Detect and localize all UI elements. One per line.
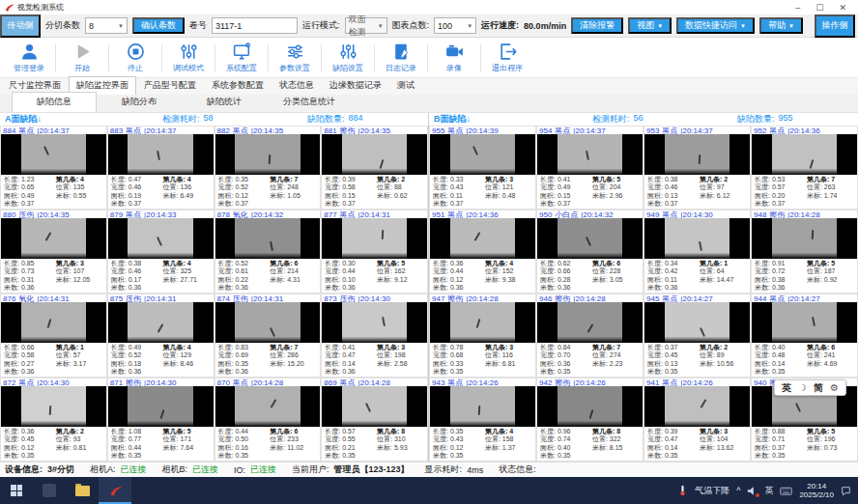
taskbar-app-dark[interactable] bbox=[33, 477, 66, 504]
drive-side-button[interactable]: 传动侧 bbox=[0, 14, 41, 38]
defect-image[interactable] bbox=[108, 134, 214, 175]
defect-image[interactable] bbox=[322, 218, 427, 259]
defect-cell-954[interactable]: 954黑点|20:14:37长度: 0.41第几条: 5宽度: 0.49位置: … bbox=[536, 126, 644, 210]
start-button[interactable] bbox=[0, 477, 33, 504]
roll-number-input[interactable]: 3117-1 bbox=[212, 17, 298, 34]
defect-image[interactable] bbox=[1, 134, 106, 175]
defect-cell-950[interactable]: 950小白点|20:14:32长度: 0.62第几条: 6宽度: 0.66位置:… bbox=[536, 210, 644, 294]
defect-image[interactable] bbox=[752, 218, 857, 259]
tool-exit[interactable]: 退出程序 bbox=[482, 42, 532, 73]
defect-cell-952[interactable]: 952黑点|20:14:36长度: 0.53第几条: 7宽度: 0.57位置: … bbox=[751, 126, 858, 210]
defect-image[interactable] bbox=[108, 386, 214, 427]
defect-cell-869[interactable]: 869黑点|20:14:28长度: 0.57第几条: 8宽度: 0.55位置: … bbox=[321, 378, 428, 462]
defect-image[interactable] bbox=[644, 218, 750, 259]
defect-cell-881[interactable]: 881擦伤|20:14:35长度: 0.39第几条: 2宽度: 0.58位置: … bbox=[321, 126, 428, 210]
subtab-3[interactable]: 分类信息统计 bbox=[267, 93, 352, 112]
defect-cell-951[interactable]: 951黑点|20:14:36长度: 0.36第几条: 4宽度: 0.44位置: … bbox=[429, 210, 536, 294]
defect-image[interactable] bbox=[644, 386, 750, 427]
defect-image[interactable] bbox=[215, 386, 321, 427]
defect-cell-941[interactable]: 941黑点|20:14:26长度: 0.39第几条: 3宽度: 0.47位置: … bbox=[644, 378, 751, 462]
defect-image[interactable] bbox=[537, 218, 643, 259]
close-icon[interactable]: ✕ bbox=[839, 3, 846, 13]
defect-cell-882[interactable]: 882黑点|20:14:35长度: 0.35第几条: 7宽度: 0.52位置: … bbox=[214, 126, 322, 210]
defect-cell-880[interactable]: 880压伤|20:14:35长度: 0.85第几条: 3宽度: 0.73位置: … bbox=[0, 210, 107, 294]
gear-icon[interactable]: ⚙ bbox=[830, 382, 839, 393]
defect-image[interactable] bbox=[215, 134, 321, 175]
tool-stop[interactable]: 停止 bbox=[110, 42, 160, 73]
defect-image[interactable] bbox=[537, 386, 643, 427]
defect-image[interactable] bbox=[644, 134, 750, 175]
ime-toolbar[interactable]: 英 ☽ 简 ⚙ bbox=[774, 379, 846, 396]
tab-6[interactable]: 测试 bbox=[389, 76, 422, 95]
tool-user[interactable]: 管理登录 bbox=[4, 42, 54, 73]
tool-camera[interactable]: 录像 bbox=[429, 42, 479, 73]
defect-cell-944[interactable]: 944黑点|20:14:27长度: 0.40第几条: 6宽度: 0.48位置: … bbox=[751, 294, 858, 378]
minimize-icon[interactable]: – bbox=[795, 3, 800, 13]
defect-image[interactable] bbox=[322, 302, 427, 343]
thermometer-icon[interactable] bbox=[677, 484, 688, 497]
defect-cell-947[interactable]: 947擦伤|20:14:28长度: 0.78第几条: 3宽度: 0.68位置: … bbox=[429, 294, 536, 378]
tool-log[interactable]: 日志记录 bbox=[376, 42, 426, 73]
defect-cell-871[interactable]: 871擦伤|20:14:30长度: 1.08第几条: 5宽度: 0.77位置: … bbox=[107, 378, 214, 462]
defect-image[interactable] bbox=[537, 134, 643, 175]
language-indicator[interactable]: 英 bbox=[764, 485, 773, 497]
run-mode-select[interactable]: 双面检测 ▼ bbox=[345, 17, 387, 34]
tool-monitor[interactable]: 系统配置 bbox=[216, 42, 267, 73]
defect-image[interactable] bbox=[430, 302, 535, 343]
help-menu-button[interactable]: 帮助 ▼ bbox=[759, 17, 803, 34]
defect-cell-943[interactable]: 943黑点|20:14:26长度: 0.35第几条: 4宽度: 0.43位置: … bbox=[429, 378, 536, 462]
defect-image[interactable] bbox=[752, 302, 857, 343]
defect-image[interactable] bbox=[430, 386, 535, 427]
defect-image[interactable] bbox=[1, 386, 106, 427]
defect-cell-949[interactable]: 949黑点|20:14:30长度: 0.34第几条: 1宽度: 0.42位置: … bbox=[644, 210, 751, 294]
quick-access-menu-button[interactable]: 数据快捷访问 ▼ bbox=[676, 17, 755, 34]
defect-cell-955[interactable]: 955黑点|20:14:39长度: 0.33第几条: 3宽度: 0.43位置: … bbox=[429, 126, 536, 210]
speaker-icon[interactable] bbox=[747, 486, 758, 496]
tool-defect-sliders[interactable]: 缺陷设置 bbox=[323, 42, 373, 73]
defect-cell-946[interactable]: 946擦伤|20:14:28长度: 0.84第几条: 7宽度: 0.70位置: … bbox=[536, 294, 644, 378]
file-explorer-button[interactable] bbox=[66, 477, 99, 504]
weather-text[interactable]: 气温下降 bbox=[695, 485, 729, 497]
tool-debug-sliders[interactable]: 调试模式 bbox=[163, 42, 214, 73]
defect-image[interactable] bbox=[537, 302, 643, 343]
ime-simplified-indicator[interactable]: 简 bbox=[814, 381, 823, 395]
ime-lang-indicator[interactable]: 英 bbox=[782, 381, 791, 395]
defect-cell-884[interactable]: 884黑点|20:14:37长度: 1.23第几条: 4宽度: 0.65位置: … bbox=[0, 126, 107, 210]
defect-image[interactable] bbox=[215, 302, 321, 343]
defect-cell-874[interactable]: 874压伤|20:14:31长度: 0.83第几条: 7宽度: 0.69位置: … bbox=[214, 294, 322, 378]
defect-cell-876[interactable]: 876氧化|20:14:31长度: 0.66第几条: 1宽度: 0.58位置: … bbox=[0, 294, 107, 378]
defect-cell-873[interactable]: 873压伤|20:14:30长度: 0.41第几条: 3宽度: 0.47位置: … bbox=[321, 294, 428, 378]
defect-image[interactable] bbox=[215, 218, 321, 259]
defect-cell-878[interactable]: 878氧化|20:14:32长度: 0.52第几条: 6宽度: 0.61位置: … bbox=[214, 210, 322, 294]
chart-points-select[interactable]: 100 ▼ bbox=[434, 17, 476, 34]
taskbar-clock[interactable]: 20:14 2025/2/10 bbox=[799, 482, 834, 499]
maximize-icon[interactable]: ☐ bbox=[815, 3, 823, 13]
defect-image[interactable] bbox=[322, 134, 427, 175]
defect-cell-872[interactable]: 872黑点|20:14:30长度: 0.36第几条: 2宽度: 0.45位置: … bbox=[0, 378, 107, 462]
defect-image[interactable] bbox=[430, 134, 535, 175]
moon-icon[interactable]: ☽ bbox=[798, 382, 807, 393]
defect-image[interactable] bbox=[108, 302, 214, 343]
subtab-2[interactable]: 缺陷统计 bbox=[182, 93, 267, 112]
defect-image[interactable] bbox=[1, 218, 106, 259]
clear-alarm-button[interactable]: 清除报警 bbox=[571, 17, 623, 34]
defect-cell-942[interactable]: 942擦伤|20:14:26长度: 0.96第几条: 8宽度: 0.74位置: … bbox=[536, 378, 644, 462]
view-menu-button[interactable]: 视图 ▼ bbox=[628, 17, 672, 34]
defect-image[interactable] bbox=[430, 218, 535, 259]
defect-cell-875[interactable]: 875压伤|20:14:31长度: 0.49第几条: 4宽度: 0.52位置: … bbox=[107, 294, 214, 378]
defect-image[interactable] bbox=[1, 302, 106, 343]
slit-count-select[interactable]: 8 ▼ bbox=[85, 17, 128, 34]
defect-image[interactable] bbox=[108, 218, 214, 259]
defect-cell-953[interactable]: 953黑点|20:14:37长度: 0.38第几条: 2宽度: 0.46位置: … bbox=[644, 126, 751, 210]
defect-image[interactable] bbox=[644, 302, 750, 343]
operate-side-button[interactable]: 操作侧 bbox=[815, 14, 855, 38]
keyboard-icon[interactable] bbox=[780, 486, 792, 496]
defect-cell-883[interactable]: 883黑点|20:14:37长度: 0.47第几条: 4宽度: 0.46位置: … bbox=[107, 126, 214, 210]
defect-cell-879[interactable]: 879黑点|20:14:33长度: 0.38第几条: 4宽度: 0.46位置: … bbox=[107, 210, 214, 294]
defect-image[interactable] bbox=[322, 386, 427, 427]
defect-image[interactable] bbox=[752, 134, 857, 175]
defect-cell-948[interactable]: 948擦伤|20:14:28长度: 0.91第几条: 5宽度: 0.72位置: … bbox=[751, 210, 858, 294]
detection-app-button[interactable] bbox=[99, 477, 131, 504]
subtab-1[interactable]: 缺陷分布 bbox=[97, 93, 182, 112]
defect-cell-945[interactable]: 945黑点|20:14:27长度: 0.37第几条: 2宽度: 0.45位置: … bbox=[644, 294, 751, 378]
